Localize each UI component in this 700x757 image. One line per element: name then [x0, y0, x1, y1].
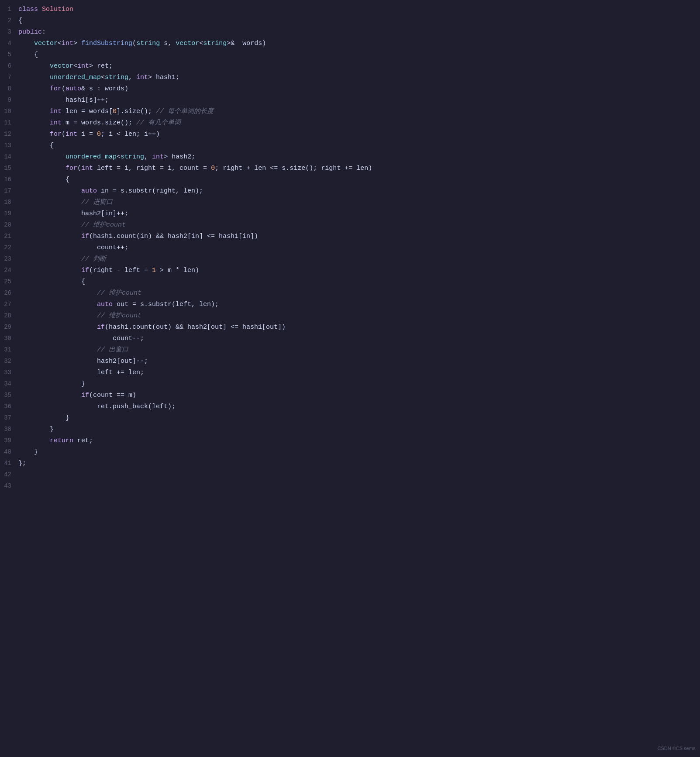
- code-line: 33 left += len;: [0, 368, 700, 379]
- line-content: {: [18, 277, 696, 287]
- token-plain: (: [77, 165, 81, 172]
- token-plain: (: [132, 40, 136, 47]
- line-number: 25: [0, 277, 18, 286]
- token-plain: :: [42, 28, 46, 36]
- token-plain: [18, 62, 50, 70]
- line-content: }: [18, 424, 696, 435]
- line-content: {: [18, 175, 696, 185]
- token-num: 0: [97, 131, 101, 138]
- token-plain: [18, 323, 97, 331]
- token-plain: [18, 74, 50, 81]
- line-number: 11: [0, 118, 18, 127]
- line-number: 41: [0, 458, 18, 468]
- line-content: [18, 481, 696, 492]
- token-plain: [18, 221, 81, 229]
- line-number: 16: [0, 175, 18, 184]
- line-content: hash1[s]++;: [18, 95, 696, 106]
- line-content: for(auto& s : words): [18, 84, 696, 94]
- line-content: auto in = s.substr(right, len);: [18, 186, 696, 196]
- line-content: if(hash1.count(in) && hash2[in] <= hash1…: [18, 231, 696, 242]
- token-plain: (count == m): [89, 392, 136, 399]
- code-line: 22 count++;: [0, 243, 700, 254]
- code-line: 8 for(auto& s : words): [0, 84, 700, 95]
- line-number: 39: [0, 436, 18, 445]
- token-plain: (hash1.count(in) && hash2[in] <= hash1[i…: [89, 233, 258, 240]
- line-number: 31: [0, 345, 18, 354]
- token-plain: [18, 108, 50, 115]
- line-number: 27: [0, 299, 18, 309]
- token-plain: [18, 267, 81, 274]
- token-kw: if: [97, 323, 105, 331]
- line-number: 13: [0, 141, 18, 150]
- token-plain: [18, 289, 97, 297]
- token-kw: public: [18, 28, 42, 36]
- line-number: 6: [0, 61, 18, 71]
- token-plain: [18, 131, 50, 138]
- token-plain: >: [73, 40, 81, 47]
- token-kw: int: [50, 119, 62, 127]
- code-line: 38 }: [0, 424, 700, 436]
- code-line: 19 hash2[in]++;: [0, 209, 700, 220]
- code-line: 3public:: [0, 27, 700, 38]
- code-line: 7 unordered_map<string, int> hash1;: [0, 72, 700, 84]
- token-plain: }: [18, 426, 54, 433]
- line-number: 36: [0, 402, 18, 411]
- line-content: unordered_map<string, int> hash1;: [18, 72, 696, 83]
- line-content: }: [18, 413, 696, 423]
- code-line: 14 unordered_map<string, int> hash2;: [0, 152, 700, 163]
- token-cyan: unordered_map: [50, 74, 101, 81]
- token-cyan: string: [203, 40, 227, 47]
- token-kw: for: [66, 165, 77, 172]
- code-line: 12 for(int i = 0; i < len; i++): [0, 129, 700, 141]
- token-plain: [18, 346, 97, 354]
- line-content: }: [18, 447, 696, 458]
- code-line: 31 // 出窗口: [0, 345, 700, 356]
- code-line: 23 // 判断: [0, 254, 700, 265]
- token-plain: };: [18, 460, 26, 467]
- code-line: 34 }: [0, 379, 700, 390]
- token-plain: ; right + len <= s.size(); right += len): [215, 165, 372, 172]
- token-plain: (hash1.count(out) && hash2[out] <= hash1…: [105, 323, 286, 331]
- token-plain: [18, 119, 50, 127]
- token-plain: (: [62, 131, 66, 138]
- token-kw: if: [81, 392, 89, 399]
- line-number: 5: [0, 50, 18, 59]
- token-kw: if: [81, 267, 89, 274]
- code-line: 21 if(hash1.count(in) && hash2[in] <= ha…: [0, 231, 700, 243]
- line-content: return ret;: [18, 436, 696, 446]
- token-plain: left += len;: [18, 369, 144, 376]
- line-content: vector<int> findSubstring(string s, vect…: [18, 38, 696, 49]
- line-number: 21: [0, 231, 18, 241]
- line-content: public:: [18, 27, 696, 38]
- token-plain: hash2[in]++;: [18, 210, 128, 217]
- token-comment: // 每个单词的长度: [156, 108, 214, 115]
- line-content: {: [18, 16, 696, 26]
- line-number: 3: [0, 27, 18, 37]
- line-content: left += len;: [18, 368, 696, 378]
- code-line: 2{: [0, 16, 700, 27]
- token-kw: auto: [81, 187, 97, 195]
- code-line: 11 int m = words.size(); // 有几个单词: [0, 118, 700, 129]
- token-plain: hash1[s]++;: [18, 96, 109, 104]
- token-plain: ret.push_back(left);: [18, 403, 176, 410]
- token-plain: ].size();: [117, 108, 156, 115]
- token-num: 0: [113, 108, 117, 115]
- token-plain: {: [18, 278, 85, 286]
- token-plain: <: [101, 74, 105, 81]
- line-content: [18, 470, 696, 480]
- line-number: 4: [0, 38, 18, 48]
- token-plain: [18, 255, 81, 263]
- token-plain: len = words[: [62, 108, 113, 115]
- line-number: 19: [0, 209, 18, 218]
- token-kw: class: [18, 6, 38, 13]
- line-number: 14: [0, 152, 18, 162]
- code-editor: 1class Solution2{3public:4 vector<int> f…: [0, 0, 700, 757]
- token-plain: > hash1;: [148, 74, 179, 81]
- token-plain: <: [199, 40, 203, 47]
- line-content: // 维护count: [18, 288, 696, 299]
- code-line: 13 {: [0, 141, 700, 152]
- code-line: 15 for(int left = i, right = i, count = …: [0, 163, 700, 175]
- token-comment: // 维护count: [97, 312, 141, 320]
- token-plain: {: [18, 17, 22, 24]
- code-line: 26 // 维护count: [0, 288, 700, 299]
